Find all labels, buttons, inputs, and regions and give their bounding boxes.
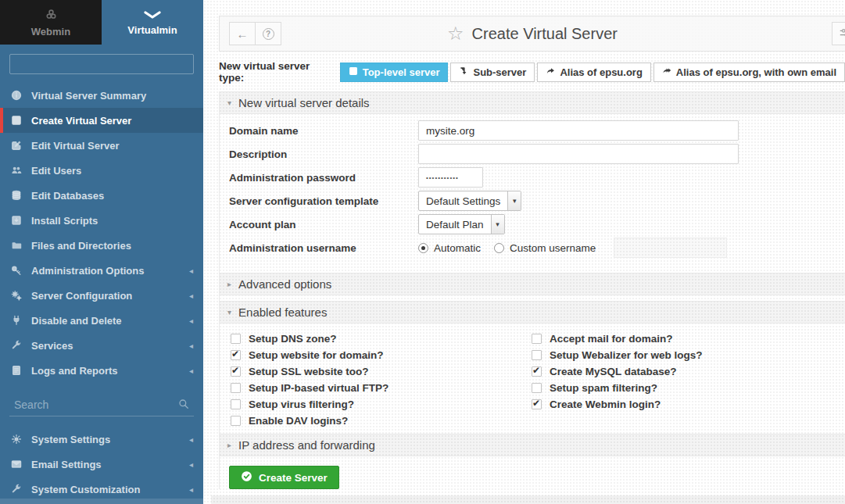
feature-label[interactable]: Enable DAV logins? [249, 415, 348, 427]
feature-row: Setup website for domain? [231, 347, 532, 363]
sidebar-item-server-configuration[interactable]: Server Configuration◂ [0, 283, 203, 308]
feature-checkbox-accept-mail-for-domain-[interactable] [532, 334, 542, 344]
feature-checkbox-create-webmin-login-[interactable] [532, 399, 542, 409]
sidebar-search-input[interactable] [9, 54, 194, 74]
sidebar-item-label: Services [31, 340, 73, 352]
template-select[interactable]: Default Settings ▾ [418, 191, 521, 211]
back-button[interactable]: ← [229, 22, 256, 45]
feature-label[interactable]: Setup Webalizer for web logs? [550, 349, 703, 361]
feature-checkbox-setup-ssl-website-too-[interactable] [231, 366, 241, 377]
sidebar-item-administration-options[interactable]: Administration Options◂ [0, 258, 203, 283]
feature-checkbox-create-mysql-database-[interactable] [532, 366, 542, 377]
feature-label[interactable]: Setup virus filtering? [249, 399, 354, 410]
type-tab-label: Alias of epsu.org, with own email [676, 66, 836, 78]
sidebar-item-label: Logs and Reports [31, 365, 118, 377]
caret-left-icon: ◂ [189, 291, 193, 300]
feature-checkbox-setup-virus-filtering-[interactable] [231, 399, 241, 409]
password-input[interactable]: ••••••••••• [418, 167, 483, 188]
type-tab-sub-server[interactable]: Sub-server [450, 63, 535, 82]
type-tab-top-level-server[interactable]: Top-level server [340, 63, 449, 82]
feature-label[interactable]: Setup DNS zone? [249, 333, 337, 345]
favorite-star-icon[interactable]: ☆ [447, 24, 464, 43]
form-row-template: Server configuration template Default Se… [229, 189, 845, 213]
username-options: Automatic Custom username [418, 238, 727, 258]
sidebar-item-virtual-server-summary[interactable]: Virtual Server Summary [0, 83, 203, 108]
chevron-down-icon [144, 9, 161, 21]
type-tab-alias-of-epsu-org[interactable]: Alias of epsu.org [537, 63, 650, 82]
description-input[interactable] [418, 144, 739, 164]
tab-webmin-label: Webmin [31, 26, 70, 38]
feature-row: Create Webmin login? [532, 396, 832, 413]
feature-label[interactable]: Create MySQL database? [550, 366, 677, 377]
section-features-header[interactable]: ▾ Enabled features [220, 301, 845, 323]
sidebar-item-disable-and-delete[interactable]: Disable and Delete◂ [0, 308, 203, 333]
feature-label[interactable]: Setup SSL website too? [249, 366, 369, 377]
section-ip-header[interactable]: ▸ IP address and forwarding [220, 434, 845, 456]
type-tab-alias-of-epsu-org-with-own-email[interactable]: Alias of epsu.org, with own email [653, 63, 845, 82]
feature-label[interactable]: Setup website for domain? [249, 349, 384, 361]
automatic-radio-label[interactable]: Automatic [434, 242, 481, 254]
sidebar-item-edit-virtual-server[interactable]: Edit Virtual Server [0, 133, 203, 158]
caret-left-icon: ◂ [189, 460, 193, 469]
feature-label[interactable]: Setup IP-based virtual FTP? [249, 382, 388, 394]
sidebar-filter-input[interactable]: Search [9, 394, 194, 416]
create-server-button[interactable]: Create Server [229, 466, 339, 489]
wrench-icon [9, 484, 23, 495]
custom-username-radio[interactable] [494, 243, 504, 253]
sidebar-item-install-scripts[interactable]: Install Scripts [0, 208, 203, 233]
form-row-password: Administration password ••••••••••• [229, 166, 845, 189]
options-button[interactable] [832, 22, 845, 45]
sidebar-item-label: Files and Directories [31, 240, 131, 252]
sliders-icon [840, 27, 845, 41]
details-form: Domain name mysite.org Description Admin… [220, 114, 845, 264]
feature-checkbox-setup-ip-based-virtual-ftp-[interactable] [231, 383, 241, 393]
feature-row: Create MySQL database? [532, 363, 832, 380]
caret-down-icon: ▾ [227, 98, 231, 107]
sidebar-item-files-and-directories[interactable]: Files and Directories [0, 233, 203, 258]
caret-left-icon: ◂ [189, 316, 193, 325]
select-caret-icon: ▾ [491, 215, 504, 234]
sidebar-item-label: Install Scripts [31, 215, 98, 227]
caret-left-icon: ◂ [189, 341, 193, 350]
plan-select[interactable]: Default Plan ▾ [418, 214, 505, 234]
section-details-header[interactable]: ▾ New virtual server details [220, 91, 845, 114]
help-button[interactable]: ? [255, 22, 281, 45]
feature-checkbox-setup-website-for-domain-[interactable] [231, 350, 241, 360]
sidebar-item-label: Create Virtual Server [31, 115, 131, 127]
sidebar-item-services[interactable]: Services◂ [0, 333, 203, 358]
sidebar-item-system-settings[interactable]: System Settings◂ [0, 427, 203, 452]
plus-square-icon [349, 66, 358, 78]
feature-checkbox-enable-dav-logins-[interactable] [231, 416, 241, 426]
sidebar-item-email-settings[interactable]: Email Settings◂ [0, 452, 203, 477]
feature-label[interactable]: Accept mail for domain? [550, 333, 673, 345]
info-circle-icon [9, 90, 23, 101]
feature-label[interactable]: Create Webmin login? [550, 399, 661, 410]
select-caret-icon: ▾ [507, 191, 521, 210]
caret-left-icon: ◂ [189, 435, 193, 444]
tab-webmin[interactable]: Webmin [0, 0, 102, 45]
sidebar-item-label: Administration Options [31, 265, 144, 277]
feature-label[interactable]: Setup spam filtering? [550, 382, 657, 394]
tab-virtualmin[interactable]: Virtualmin [102, 0, 203, 45]
footer-strip [211, 495, 845, 504]
feature-checkbox-setup-webalizer-for-web-logs-[interactable] [532, 350, 542, 360]
sidebar-item-logs-and-reports[interactable]: Logs and Reports◂ [0, 358, 203, 383]
custom-username-input[interactable] [614, 238, 727, 258]
plus-square-icon [9, 115, 23, 126]
sidebar-item-edit-databases[interactable]: Edit Databases [0, 183, 203, 208]
sidebar-item-label: Email Settings [31, 459, 102, 470]
server-type-row: New virtual server type: Top-level serve… [219, 60, 845, 84]
feature-checkbox-setup-spam-filtering-[interactable] [532, 383, 542, 393]
sidebar-item-label: Edit Databases [31, 190, 104, 202]
sidebar-item-create-virtual-server[interactable]: Create Virtual Server [0, 108, 203, 133]
custom-username-radio-label[interactable]: Custom username [510, 242, 596, 254]
feature-checkbox-setup-dns-zone-[interactable] [231, 334, 241, 344]
section-advanced-header[interactable]: ▸ Advanced options [220, 273, 845, 295]
template-label: Server configuration template [229, 195, 418, 207]
caret-right-icon: ▸ [227, 441, 231, 449]
automatic-radio[interactable] [418, 243, 428, 253]
domain-input[interactable]: mysite.org [418, 120, 739, 141]
sidebar-item-edit-users[interactable]: Edit Users [0, 158, 203, 183]
enabled-features-grid: Setup DNS zone?Setup website for domain?… [220, 323, 845, 434]
plan-selected-value: Default Plan [419, 215, 491, 234]
